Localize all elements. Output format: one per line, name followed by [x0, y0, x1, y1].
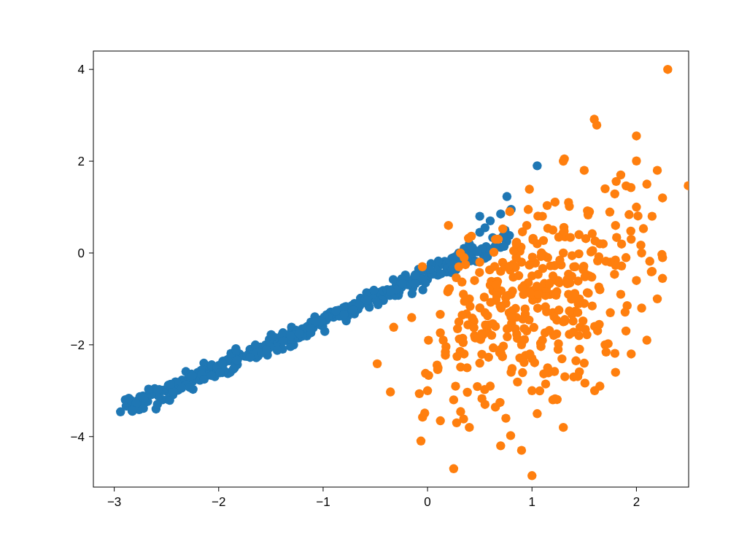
point-series-orange [424, 335, 433, 344]
point-series-orange [560, 155, 568, 163]
point-series-orange [417, 437, 425, 446]
point-series-blue [166, 396, 174, 405]
point-series-orange [389, 323, 398, 332]
point-series-orange [541, 379, 550, 388]
point-series-orange [536, 342, 545, 351]
point-series-blue [411, 279, 419, 288]
point-series-orange [512, 239, 521, 248]
point-series-orange [386, 387, 395, 396]
point-series-orange [559, 423, 568, 432]
point-series-orange [457, 311, 466, 319]
point-series-orange [573, 308, 582, 316]
point-series-orange [633, 211, 642, 220]
point-series-orange [600, 184, 609, 193]
point-series-orange [525, 184, 534, 193]
point-series-orange [571, 357, 580, 365]
point-series-orange [488, 319, 497, 328]
scatter-chart: −3−2−1012−4−2024 [0, 0, 747, 560]
point-series-orange [627, 227, 635, 236]
point-series-orange [527, 386, 536, 395]
point-series-orange [501, 413, 510, 422]
point-series-orange [568, 252, 576, 260]
point-series-orange [497, 349, 506, 358]
point-series-orange [492, 292, 501, 300]
point-series-blue [426, 265, 435, 274]
point-series-orange [539, 236, 548, 245]
point-series-orange [551, 394, 560, 403]
point-series-orange [580, 359, 589, 368]
point-series-orange [611, 261, 620, 270]
point-series-orange [477, 394, 486, 402]
point-series-blue [408, 289, 417, 298]
point-series-orange [462, 363, 471, 372]
point-series-orange [477, 329, 486, 338]
point-series-orange [484, 353, 492, 362]
point-series-blue [153, 386, 162, 394]
point-series-orange [611, 368, 620, 376]
point-series-orange [498, 225, 507, 233]
point-series-orange [542, 307, 551, 316]
point-series-orange [611, 190, 619, 198]
point-series-orange [415, 389, 424, 398]
point-series-orange [583, 288, 592, 297]
y-tick-label: 0 [78, 246, 85, 260]
point-series-blue [369, 286, 378, 295]
point-series-orange [418, 262, 427, 271]
point-series-orange [637, 249, 646, 257]
point-series-orange [621, 308, 630, 316]
point-series-orange [407, 313, 416, 322]
point-series-orange [579, 262, 588, 271]
point-series-orange [622, 327, 630, 335]
point-series-orange [646, 257, 654, 265]
point-series-blue [124, 394, 133, 402]
point-series-blue [279, 337, 288, 346]
point-series-orange [525, 260, 533, 269]
point-series-orange [456, 249, 465, 257]
point-series-blue [486, 217, 495, 225]
point-series-blue [207, 371, 216, 380]
point-series-orange [537, 249, 546, 257]
point-series-blue [533, 161, 541, 170]
point-series-orange [595, 320, 603, 329]
point-series-orange [588, 229, 597, 238]
point-series-orange [627, 349, 635, 358]
point-series-orange [436, 328, 444, 337]
x-tick-label: 1 [529, 495, 535, 509]
point-series-orange [554, 339, 562, 348]
point-series-orange [611, 221, 620, 230]
point-series-orange [473, 382, 481, 391]
point-series-orange [530, 323, 538, 332]
plot-frame [93, 51, 689, 487]
point-series-orange [527, 471, 536, 480]
point-series-orange [595, 282, 603, 291]
point-series-orange [461, 260, 470, 269]
point-series-orange [663, 65, 672, 74]
point-series-orange [508, 364, 516, 373]
point-series-orange [582, 330, 591, 339]
point-series-orange [505, 262, 514, 271]
point-series-orange [551, 198, 560, 206]
point-series-blue [317, 317, 325, 326]
point-series-blue [421, 279, 430, 287]
point-series-blue [229, 365, 238, 373]
point-series-blue [268, 332, 277, 341]
point-series-orange [514, 271, 523, 280]
point-series-orange [643, 179, 651, 188]
point-series-blue [218, 359, 227, 368]
point-series-orange [546, 261, 554, 270]
point-series-orange [549, 271, 557, 280]
point-series-orange [513, 378, 522, 386]
x-tick-label: 0 [424, 495, 430, 509]
point-series-orange [436, 416, 444, 425]
point-series-orange [632, 203, 640, 211]
point-series-orange [459, 414, 468, 423]
point-series-orange [643, 335, 651, 344]
point-series-orange [524, 205, 533, 214]
point-series-orange [551, 291, 560, 300]
point-series-orange [647, 268, 656, 276]
point-series-orange [528, 252, 537, 261]
point-series-orange [562, 279, 571, 288]
point-series-orange [581, 378, 589, 387]
point-series-blue [295, 329, 304, 338]
point-series-orange [497, 303, 506, 312]
